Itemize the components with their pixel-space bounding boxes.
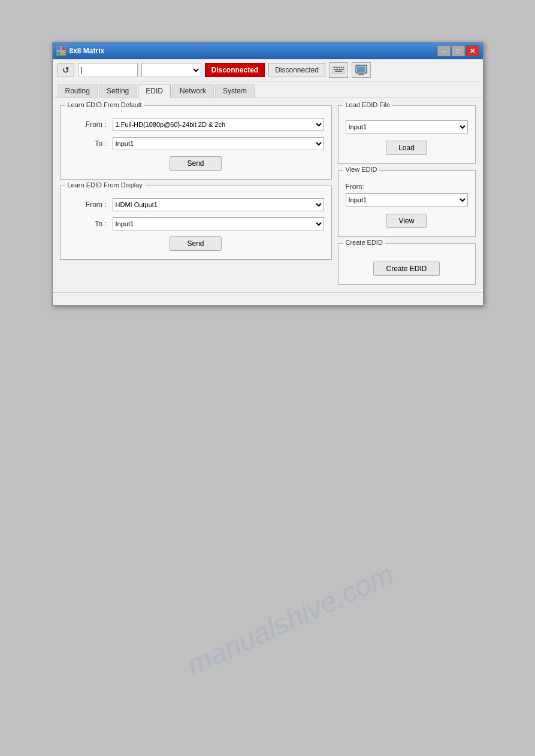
learn-edid-display-group: Learn EDID From Display From : HDMI Outp… — [60, 186, 332, 260]
tab-setting[interactable]: Setting — [99, 84, 137, 98]
title-controls: ─ □ ✕ — [437, 45, 479, 56]
load-edid-file-group: Load EDID File Input1Input2Input3Input4 … — [338, 105, 476, 164]
view-edid-title: View EDID — [343, 166, 380, 173]
load-button[interactable]: Load — [386, 141, 427, 155]
learn-default-to-label: To : — [68, 139, 107, 148]
create-edid-group: Create EDID Create EDID — [338, 243, 476, 285]
right-panel: Load EDID File Input1Input2Input3Input4 … — [338, 105, 476, 285]
svg-rect-8 — [339, 67, 340, 68]
learn-edid-default-title: Learn EDID From Default — [65, 101, 144, 108]
disconnect-status-button[interactable]: Disconnected — [268, 63, 325, 77]
svg-rect-7 — [337, 67, 338, 68]
tab-network[interactable]: Network — [172, 84, 214, 98]
learn-default-send-button[interactable]: Send — [170, 156, 221, 171]
svg-rect-0 — [57, 47, 61, 50]
svg-rect-15 — [335, 71, 342, 72]
learn-display-to-row: To : Input1Input2Input3Input4 Input5Inpu… — [68, 217, 324, 230]
create-edid-button[interactable]: Create EDID — [373, 262, 439, 276]
svg-rect-19 — [358, 74, 364, 75]
tab-edid[interactable]: EDID — [138, 84, 171, 98]
svg-rect-2 — [57, 51, 61, 55]
view-button[interactable]: View — [386, 214, 427, 228]
svg-rect-10 — [343, 67, 344, 68]
learn-default-to-row: To : Input1Input2Input3Input4 Input5Inpu… — [68, 137, 324, 150]
connection-input[interactable] — [78, 63, 138, 77]
learn-default-from-label: From : — [68, 120, 107, 129]
load-edid-file-title: Load EDID File — [343, 101, 393, 108]
svg-rect-12 — [335, 69, 338, 70]
learn-display-from-row: From : HDMI Output1HDMI Output2HDMI Outp… — [68, 198, 324, 211]
connect-status-button[interactable]: Disconnected — [205, 63, 265, 77]
load-edid-select[interactable]: Input1Input2Input3Input4 Input5Input6Inp… — [346, 120, 468, 133]
left-panel: Learn EDID From Default From : 1.Full-HD… — [60, 105, 332, 285]
tab-bar: Routing Setting EDID Network System — [53, 81, 483, 98]
toolbar: ↺ Disconnected Disconnected — [53, 59, 483, 81]
svg-rect-13 — [338, 69, 341, 70]
keyboard-button[interactable] — [329, 62, 348, 78]
tab-routing[interactable]: Routing — [58, 84, 98, 98]
create-edid-title: Create EDID — [343, 239, 385, 246]
learn-display-send-button[interactable]: Send — [170, 236, 221, 251]
connection-dropdown[interactable] — [141, 63, 201, 77]
close-button[interactable]: ✕ — [466, 45, 479, 56]
title-bar: 8x8 Matrix ─ □ ✕ — [53, 42, 483, 59]
watermark: manualshive.com — [182, 558, 398, 682]
svg-rect-17 — [357, 66, 365, 72]
minimize-button[interactable]: ─ — [437, 45, 451, 56]
learn-display-to-select[interactable]: Input1Input2Input3Input4 Input5Input6Inp… — [113, 217, 324, 230]
monitor-button[interactable] — [352, 62, 371, 78]
svg-rect-9 — [341, 67, 342, 68]
svg-rect-14 — [341, 69, 344, 70]
svg-rect-3 — [62, 51, 65, 55]
tab-system[interactable]: System — [215, 84, 255, 98]
learn-default-from-select[interactable]: 1.Full-HD(1080p@60)-24bit 2D & 2ch 2.Ful… — [113, 118, 324, 131]
view-edid-from-select[interactable]: Input1Input2Input3Input4 Input5Input6Inp… — [346, 193, 468, 207]
learn-edid-display-title: Learn EDID From Display — [65, 181, 145, 189]
refresh-button[interactable]: ↺ — [58, 63, 74, 77]
learn-display-from-select[interactable]: HDMI Output1HDMI Output2HDMI Output3HDMI… — [113, 198, 324, 211]
svg-rect-5 — [334, 67, 335, 68]
svg-rect-11 — [334, 69, 335, 70]
status-bar — [53, 292, 483, 305]
app-icon — [56, 46, 66, 56]
title-bar-left: 8x8 Matrix — [56, 46, 105, 56]
learn-display-to-label: To : — [68, 220, 107, 228]
panels-row: Learn EDID From Default From : 1.Full-HD… — [60, 105, 476, 285]
maximize-button[interactable]: □ — [452, 45, 465, 56]
svg-rect-1 — [62, 47, 65, 50]
learn-default-to-select[interactable]: Input1Input2Input3Input4 Input5Input6Inp… — [113, 137, 324, 150]
content-area: Learn EDID From Default From : 1.Full-HD… — [53, 98, 483, 292]
window-title: 8x8 Matrix — [69, 47, 105, 55]
learn-edid-default-group: Learn EDID From Default From : 1.Full-HD… — [60, 105, 332, 180]
svg-rect-6 — [335, 67, 337, 68]
main-window: 8x8 Matrix ─ □ ✕ ↺ Disconnected Disconne… — [52, 42, 483, 306]
view-edid-from-label: From: — [346, 183, 468, 191]
view-edid-group: View EDID From: Input1Input2Input3Input4… — [338, 170, 476, 237]
learn-display-from-label: From : — [68, 201, 107, 209]
svg-rect-18 — [359, 73, 363, 74]
learn-default-from-row: From : 1.Full-HD(1080p@60)-24bit 2D & 2c… — [68, 118, 324, 131]
